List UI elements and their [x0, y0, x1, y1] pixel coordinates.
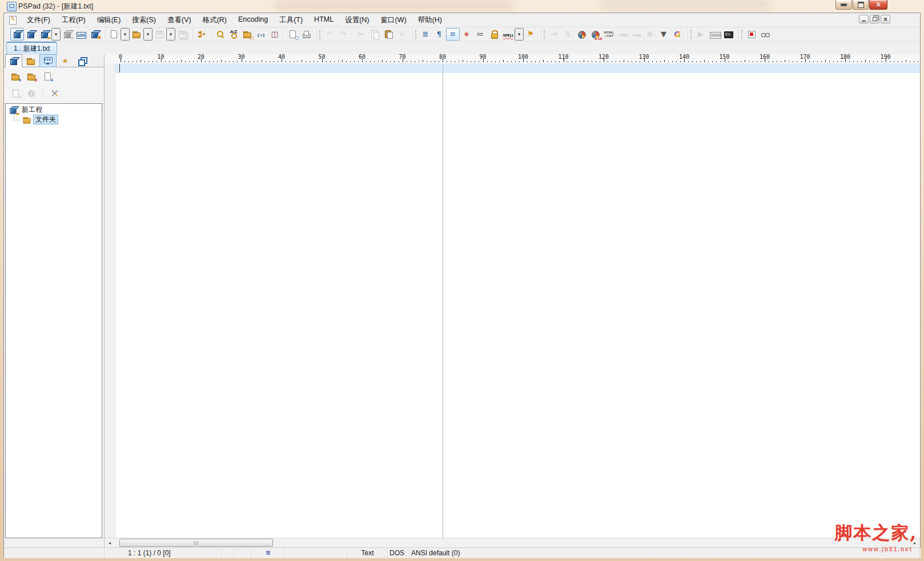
delete-button[interactable]: × [395, 28, 409, 41]
menu-item[interactable]: 格式(R) [197, 13, 232, 27]
edit-mode: ≡ [252, 548, 284, 558]
color-picker-button[interactable] [575, 28, 588, 41]
save-all-button[interactable] [175, 28, 189, 41]
tags-lowercase-button[interactable]: <tag [629, 28, 643, 41]
project-remove-folder-button[interactable]: × [23, 70, 39, 83]
project-settings-button[interactable]: ✱ [88, 28, 102, 41]
window-minimize-button[interactable] [835, 0, 852, 10]
find-in-files-badge: ○ [250, 35, 254, 41]
cut-button[interactable]: ✂ [354, 28, 368, 41]
paste-button[interactable] [381, 28, 395, 41]
redo-button[interactable]: ↷ [336, 28, 350, 41]
tree-item-folder[interactable]: 文件夹 [6, 115, 102, 124]
horizontal-scrollbar[interactable] [105, 538, 920, 547]
word-wrap-button[interactable]: ≣ [419, 28, 432, 41]
html-to-text-button[interactable]: HTML →TXT [602, 28, 616, 41]
files-panel-tab[interactable] [22, 54, 39, 67]
tree-view-toggle-button[interactable] [194, 28, 208, 41]
project-panel-tab[interactable] [5, 54, 22, 67]
mdi-minimize-button[interactable] [859, 15, 869, 23]
tags-uppercase-button[interactable]: <TAG [616, 28, 629, 41]
menu-item[interactable]: HTML [308, 13, 339, 27]
highlighter-list-button[interactable]: ≔ [473, 28, 487, 41]
open-project-copy-button[interactable]: ▫ [24, 28, 38, 41]
text-preview-button[interactable] [758, 28, 772, 41]
copy-button[interactable] [368, 28, 381, 41]
window-maximize-button[interactable] [853, 0, 869, 10]
menu-item[interactable]: 帮助(H) [412, 13, 448, 27]
ruler-tick [680, 61, 681, 62]
mdi-close-button[interactable] [881, 15, 890, 23]
menu-item[interactable]: 搜索(S) [126, 13, 162, 27]
spell-check-button[interactable]: SPELL [501, 28, 515, 41]
ruler-tick [576, 61, 576, 62]
dos-console-button[interactable]: C:\ [721, 28, 735, 41]
save-project-button[interactable]: ▪ [61, 28, 74, 41]
scroll-left-arrow[interactable] [105, 539, 114, 547]
menu-item[interactable]: 查看(V) [162, 13, 197, 27]
spell-check-dropdown[interactable] [515, 28, 524, 41]
code-clips-label: {+} [257, 31, 265, 40]
replace-button[interactable]: A-Z [227, 28, 240, 41]
open-project-dropdown[interactable] [51, 28, 61, 41]
project-remove-file-button[interactable]: × [7, 87, 23, 100]
show-control-chars-button[interactable]: ¶ [432, 28, 446, 41]
menu-item[interactable]: 编辑(E) [91, 13, 127, 27]
save-file-dropdown[interactable] [166, 28, 175, 41]
favorites-panel-tab[interactable]: ★ [57, 54, 74, 67]
scrollbar-thumb[interactable] [119, 539, 273, 547]
hex-edit-button[interactable]: 1010 [708, 28, 721, 41]
find-button[interactable] [213, 28, 227, 41]
color-codes-button[interactable]: #10 [588, 28, 602, 41]
save-file-button[interactable] [152, 28, 166, 41]
project-add-file-button[interactable]: + [39, 70, 55, 83]
sort-lines-button[interactable]: ⇅ [561, 28, 575, 41]
html-filter-button[interactable]: ▼ [657, 28, 670, 41]
menu-item[interactable]: 工程(P) [56, 13, 91, 27]
menu-item[interactable]: Encoding [232, 13, 274, 27]
goto-bookmark-icon: ⚑ [526, 30, 536, 39]
menu-item[interactable]: 文件(F) [21, 13, 56, 27]
app-icon[interactable] [7, 2, 17, 11]
browser-preview-button[interactable]: ⊕ [643, 28, 657, 41]
window-close-button[interactable] [869, 0, 887, 10]
menu-item[interactable]: 工具(T) [274, 13, 308, 27]
ruler-tick [664, 60, 665, 62]
file-compare-button[interactable]: ◫ [268, 28, 282, 41]
project-tools-button[interactable] [47, 87, 63, 100]
titlebar[interactable]: PSPad (32) - [新建1.txt] [0, 0, 924, 13]
read-only-lock-button[interactable] [487, 28, 501, 41]
ruler-tick [467, 61, 467, 62]
find-in-files-button[interactable]: ○ [240, 28, 254, 41]
windows-panel-tab[interactable] [74, 54, 91, 67]
open-file-dropdown[interactable] [143, 28, 152, 41]
tree-item-project-label: 新工程 [20, 106, 44, 114]
code-clips-button[interactable]: {+} [254, 28, 268, 41]
print-button[interactable] [299, 28, 313, 41]
undo-button[interactable]: ↶ [323, 28, 336, 41]
undo-icon: ↶ [325, 30, 335, 39]
macro-record-button[interactable] [745, 28, 758, 41]
project-log-button[interactable]: LOG [74, 28, 88, 41]
syntax-highlighting-button[interactable]: ∗ [460, 28, 473, 41]
menu-item[interactable]: 设置(N) [339, 13, 375, 27]
new-file-dropdown[interactable] [120, 28, 130, 41]
project-new-folder-button[interactable]: + [7, 70, 23, 83]
project-info-button[interactable] [23, 87, 39, 100]
indent-block-button[interactable]: ⇥ [547, 28, 561, 41]
google-search-button[interactable]: G [670, 28, 684, 41]
goto-bookmark-button[interactable]: ⚑ [524, 28, 537, 41]
new-project-button[interactable] [10, 28, 24, 41]
open-file-button[interactable] [130, 28, 143, 41]
print-preview-icon: ○ [288, 30, 298, 39]
editor-content[interactable] [115, 63, 920, 538]
open-project-button[interactable]: ▰ [38, 28, 51, 41]
print-preview-button[interactable]: ○ [286, 28, 299, 41]
document-tab[interactable]: 1.. 新建1.txt [6, 42, 57, 54]
menu-item[interactable]: 窗口(W) [375, 13, 412, 27]
run-script-button[interactable]: ▶ [694, 28, 708, 41]
ftp-panel-tab[interactable]: FTP [39, 54, 57, 67]
new-file-button[interactable] [107, 28, 120, 41]
mdi-restore-button[interactable] [870, 15, 879, 23]
line-numbers-button[interactable]: ≡ [446, 28, 460, 41]
